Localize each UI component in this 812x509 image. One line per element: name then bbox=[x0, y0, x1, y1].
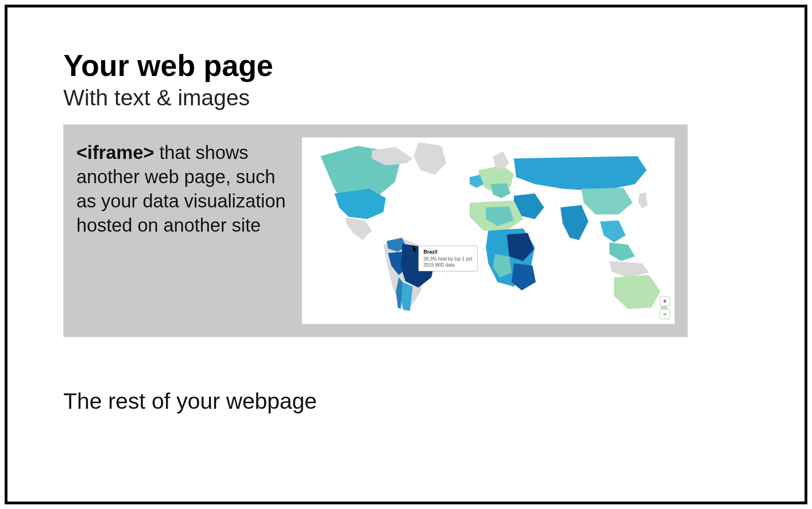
tooltip-line2: 2015 WID data bbox=[423, 262, 472, 268]
iframe-container: <iframe> that shows another web page, su… bbox=[63, 124, 688, 337]
cursor-icon bbox=[413, 246, 418, 253]
zoom-in-button[interactable]: + bbox=[660, 296, 670, 306]
page-title: Your web page bbox=[63, 49, 749, 82]
tooltip-line1: 28.3% held by top 1 pct bbox=[423, 256, 472, 262]
map-tooltip: Brazil 28.3% held by top 1 pct 2015 WID … bbox=[418, 246, 478, 271]
map-visualization[interactable]: Brazil 28.3% held by top 1 pct 2015 WID … bbox=[302, 138, 675, 324]
zoom-out-button[interactable]: − bbox=[660, 309, 670, 319]
footer-text: The rest of your webpage bbox=[63, 388, 749, 414]
zoom-controls: + − bbox=[660, 296, 670, 319]
world-map-svg bbox=[302, 138, 675, 324]
page-frame: Your web page With text & images <iframe… bbox=[5, 5, 807, 504]
page-subtitle: With text & images bbox=[63, 85, 749, 110]
iframe-description: <iframe> that shows another web page, su… bbox=[76, 138, 291, 237]
iframe-tag-bold: <iframe> bbox=[76, 142, 154, 163]
tooltip-title: Brazil bbox=[423, 249, 472, 255]
